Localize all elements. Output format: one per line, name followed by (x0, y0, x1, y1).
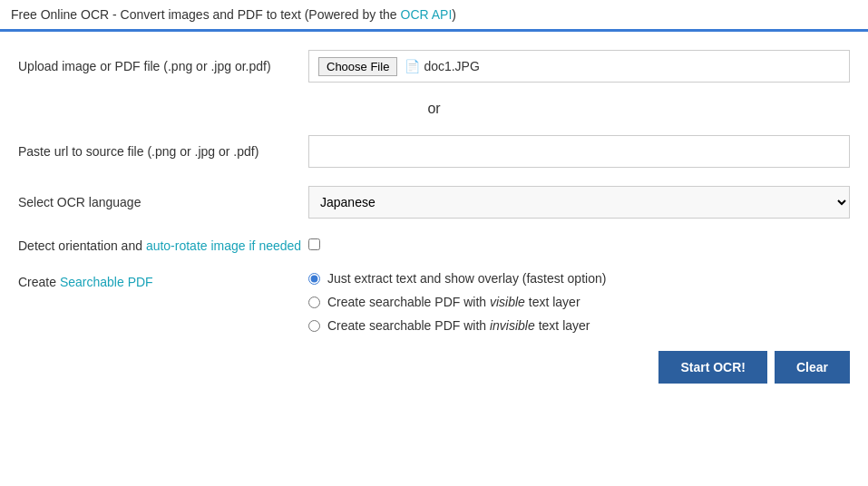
ocr-api-link[interactable]: OCR API (401, 7, 453, 22)
clear-button[interactable]: Clear (775, 351, 850, 384)
buttons-row: Start OCR! Clear (18, 351, 850, 384)
radio-label-1: Just extract text and show overlay (fast… (327, 271, 606, 286)
header-text-before: Free Online OCR - Convert images and PDF… (11, 7, 401, 22)
orientation-checkbox-wrapper (308, 237, 320, 250)
orientation-text: Detect orientation and (18, 238, 146, 253)
radio-item-1[interactable]: Just extract text and show overlay (fast… (308, 271, 606, 286)
radio-input-2[interactable] (308, 296, 320, 308)
radio-item-2[interactable]: Create searchable PDF with visible text … (308, 295, 606, 309)
language-label: Select OCR language (18, 195, 308, 209)
radio-label-2: Create searchable PDF with visible text … (327, 295, 580, 309)
language-select[interactable]: Japanese English Chinese French German S… (308, 186, 850, 219)
header-text-after: ) (452, 7, 456, 22)
radio-item-3[interactable]: Create searchable PDF with invisible tex… (308, 318, 606, 333)
orientation-checkbox[interactable] (308, 238, 320, 250)
radio-input-3[interactable] (308, 320, 320, 332)
pdf-text: Create (18, 275, 60, 289)
pdf-row: Create Searchable PDF Just extract text … (18, 271, 850, 333)
orientation-row: Detect orientation and auto-rotate image… (18, 237, 850, 253)
file-icon: 📄 (405, 59, 420, 73)
pdf-label: Create Searchable PDF (18, 271, 308, 289)
radio-input-1[interactable] (308, 273, 320, 285)
upload-label: Upload image or PDF file (.png or .jpg o… (18, 59, 308, 73)
url-row: Paste url to source file (.png or .jpg o… (18, 135, 850, 168)
language-row: Select OCR language Japanese English Chi… (18, 186, 850, 219)
searchable-pdf-link[interactable]: Searchable PDF (60, 275, 153, 289)
file-input-wrapper: Choose File 📄 doc1.JPG (308, 50, 850, 83)
pdf-radio-group: Just extract text and show overlay (fast… (308, 271, 606, 333)
url-label: Paste url to source file (.png or .jpg o… (18, 144, 308, 159)
upload-row: Upload image or PDF file (.png or .jpg o… (18, 50, 850, 83)
auto-rotate-link[interactable]: auto-rotate image if needed (146, 238, 301, 253)
radio-label-3: Create searchable PDF with invisible tex… (327, 318, 590, 333)
page-header: Free Online OCR - Convert images and PDF… (0, 0, 868, 32)
start-ocr-button[interactable]: Start OCR! (658, 351, 767, 384)
file-name-display: doc1.JPG (424, 59, 479, 73)
main-content: Upload image or PDF file (.png or .jpg o… (0, 32, 868, 402)
choose-file-button[interactable]: Choose File (318, 57, 397, 76)
orientation-label: Detect orientation and auto-rotate image… (18, 237, 308, 253)
or-divider: or (18, 101, 850, 117)
url-input[interactable] (308, 135, 850, 168)
